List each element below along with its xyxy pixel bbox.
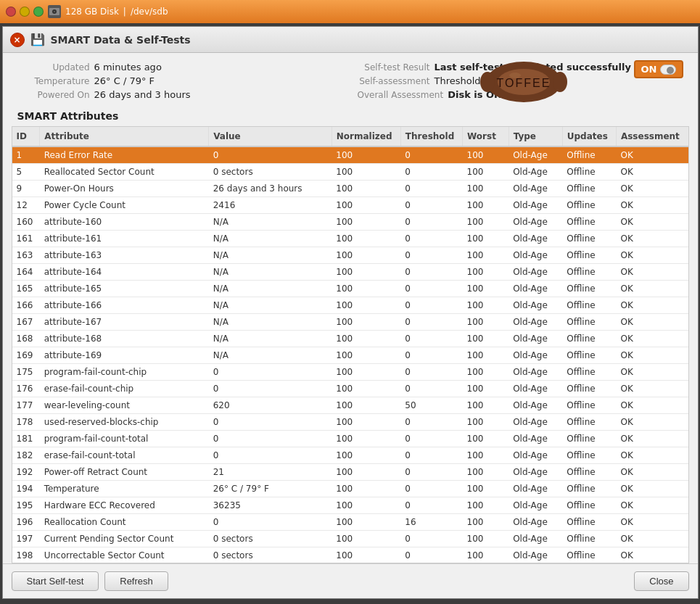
cell-updates: Offline	[562, 214, 616, 231]
cell-threshold: 0	[400, 281, 462, 297]
cell-normalized: 100	[332, 414, 400, 431]
table-row[interactable]: 195Hardware ECC Recovered362351000100Old…	[12, 497, 688, 514]
col-header-threshold: Threshold	[400, 127, 462, 146]
table-row[interactable]: 9Power-On Hours26 days and 3 hours100010…	[12, 181, 688, 197]
svg-text:TOFFEE: TOFFEE	[496, 77, 551, 89]
cell-assessment: OK	[616, 397, 688, 414]
cell-threshold: 0	[400, 214, 462, 231]
cell-updates: Offline	[562, 381, 616, 397]
cell-value: N/A	[209, 331, 332, 347]
table-row[interactable]: 194Temperature26° C / 79° F1000100Old-Ag…	[12, 481, 688, 497]
cell-worst: 100	[463, 481, 509, 497]
cell-threshold: 16	[400, 514, 462, 531]
table-row[interactable]: 165attribute-165N/A1000100Old-AgeOffline…	[12, 281, 688, 297]
on-toggle-button[interactable]: ON	[634, 60, 683, 78]
cell-value: 0 sectors	[209, 531, 332, 547]
cell-assessment: OK	[616, 297, 688, 314]
cell-normalized: 100	[332, 146, 400, 164]
table-row[interactable]: 176erase-fail-count-chip01000100Old-AgeO…	[12, 381, 688, 397]
cell-id: 167	[12, 314, 40, 331]
cell-worst: 100	[463, 314, 509, 331]
window-close-btn[interactable]: ×	[10, 33, 25, 47]
table-row[interactable]: 167attribute-167N/A1000100Old-AgeOffline…	[12, 314, 688, 331]
cell-normalized: 100	[332, 181, 400, 197]
toffee-logo-svg: TOFFEE	[480, 57, 567, 107]
cell-threshold: 0	[400, 364, 462, 381]
cell-normalized: 100	[332, 314, 400, 331]
svg-point-3	[54, 11, 55, 12]
cell-id: 198	[12, 547, 40, 564]
cell-attribute: attribute-161	[40, 231, 209, 247]
cell-normalized: 100	[332, 264, 400, 281]
cell-id: 163	[12, 247, 40, 264]
cell-threshold: 0	[400, 497, 462, 514]
table-row[interactable]: 197Current Pending Sector Count0 sectors…	[12, 531, 688, 547]
cell-id: 177	[12, 397, 40, 414]
cell-value: N/A	[209, 231, 332, 247]
table-row[interactable]: 168attribute-168N/A1000100Old-AgeOffline…	[12, 331, 688, 347]
cell-value: N/A	[209, 347, 332, 364]
disk-icon	[48, 5, 61, 18]
table-row[interactable]: 163attribute-163N/A1000100Old-AgeOffline…	[12, 247, 688, 264]
app-max-btn[interactable]	[33, 7, 44, 17]
cell-assessment: OK	[616, 164, 688, 181]
table-row[interactable]: 169attribute-169N/A1000100Old-AgeOffline…	[12, 347, 688, 364]
cell-type: Old-Age	[508, 214, 562, 231]
cell-type: Old-Age	[508, 164, 562, 181]
cell-updates: Offline	[562, 297, 616, 314]
info-updated: Updated 6 minutes ago	[17, 62, 343, 73]
table-row[interactable]: 160attribute-160N/A1000100Old-AgeOffline…	[12, 214, 688, 231]
cell-assessment: OK	[616, 464, 688, 481]
cell-attribute: erase-fail-count-total	[40, 447, 209, 464]
cell-assessment: OK	[616, 181, 688, 197]
cell-id: 161	[12, 231, 40, 247]
cell-type: Old-Age	[508, 481, 562, 497]
cell-attribute: erase-fail-count-chip	[40, 381, 209, 397]
cell-worst: 100	[463, 214, 509, 231]
cell-updates: Offline	[562, 264, 616, 281]
cell-type: Old-Age	[508, 347, 562, 364]
cell-assessment: OK	[616, 381, 688, 397]
cell-id: 197	[12, 531, 40, 547]
cell-attribute: Read Error Rate	[40, 146, 209, 164]
table-row[interactable]: 161attribute-161N/A1000100Old-AgeOffline…	[12, 231, 688, 247]
cell-worst: 100	[463, 431, 509, 447]
table-row[interactable]: 192Power-off Retract Count211000100Old-A…	[12, 464, 688, 481]
smart-table-wrapper[interactable]: ID Attribute Value Normalized Threshold …	[12, 126, 689, 563]
cell-normalized: 100	[332, 281, 400, 297]
table-row[interactable]: 175program-fail-count-chip01000100Old-Ag…	[12, 364, 688, 381]
cell-updates: Offline	[562, 281, 616, 297]
app-close-btn[interactable]	[6, 7, 16, 17]
cell-updates: Offline	[562, 514, 616, 531]
app-min-btn[interactable]	[20, 7, 30, 17]
cell-updates: Offline	[562, 146, 616, 164]
refresh-button[interactable]: Refresh	[104, 571, 168, 591]
cell-updates: Offline	[562, 331, 616, 347]
cell-normalized: 100	[332, 514, 400, 531]
cell-attribute: program-fail-count-chip	[40, 364, 209, 381]
table-row[interactable]: 1Read Error Rate01000100Old-AgeOfflineOK	[12, 146, 688, 164]
cell-updates: Offline	[562, 347, 616, 364]
table-row[interactable]: 166attribute-166N/A1000100Old-AgeOffline…	[12, 297, 688, 314]
table-row[interactable]: 12Power Cycle Count24161000100Old-AgeOff…	[12, 197, 688, 214]
col-header-assessment: Assessment	[616, 127, 688, 146]
cell-normalized: 100	[332, 347, 400, 364]
cell-updates: Offline	[562, 531, 616, 547]
start-self-test-button[interactable]: Start Self-test	[12, 571, 99, 591]
svg-point-6	[480, 72, 495, 92]
table-row[interactable]: 164attribute-164N/A1000100Old-AgeOffline…	[12, 264, 688, 281]
col-header-type: Type	[508, 127, 562, 146]
cell-attribute: Current Pending Sector Count	[40, 531, 209, 547]
table-row[interactable]: 181program-fail-count-total01000100Old-A…	[12, 431, 688, 447]
table-row[interactable]: 182erase-fail-count-total01000100Old-Age…	[12, 447, 688, 464]
table-row[interactable]: 198Uncorrectable Sector Count0 sectors10…	[12, 547, 688, 564]
table-row[interactable]: 5Reallocated Sector Count0 sectors100010…	[12, 164, 688, 181]
cell-type: Old-Age	[508, 264, 562, 281]
table-row[interactable]: 178used-reserved-blocks-chip01000100Old-…	[12, 414, 688, 431]
table-row[interactable]: 177wear-leveling-count62010050100Old-Age…	[12, 397, 688, 414]
cell-attribute: used-reserved-blocks-chip	[40, 414, 209, 431]
table-row[interactable]: 196Reallocation Count010016100Old-AgeOff…	[12, 514, 688, 531]
cell-id: 1	[12, 146, 40, 164]
close-button[interactable]: Close	[634, 571, 688, 591]
cell-normalized: 100	[332, 331, 400, 347]
